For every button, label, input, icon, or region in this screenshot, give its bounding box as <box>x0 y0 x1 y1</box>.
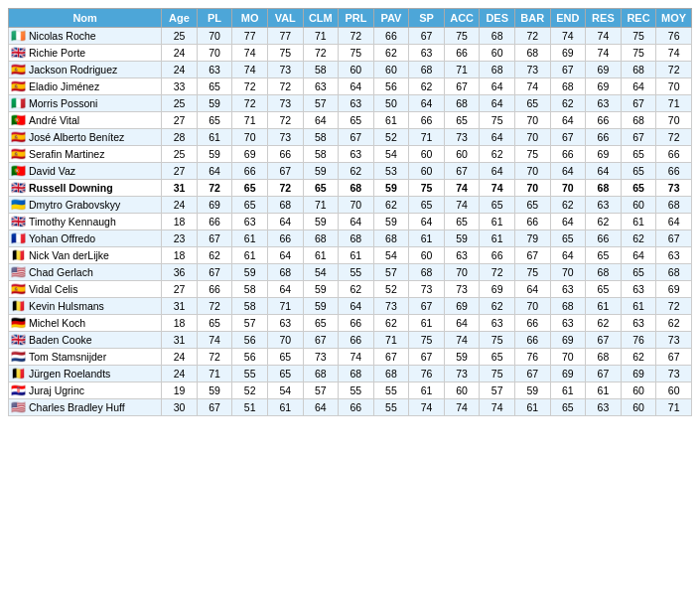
stat-cell: 76 <box>621 332 656 349</box>
stat-cell: 66 <box>339 332 374 349</box>
table-row: 🇩🇪Michel Koch186557636566626164636663626… <box>9 315 692 332</box>
stat-cell: 63 <box>586 197 622 214</box>
flag-icon: 🇵🇹 <box>11 166 25 176</box>
stat-cell: 74 <box>550 28 586 45</box>
stat-cell: 25 <box>162 95 198 112</box>
stat-cell: 36 <box>162 264 198 281</box>
stat-cell: 65 <box>444 214 480 230</box>
stat-cell: 71 <box>656 399 692 416</box>
stat-cell: 66 <box>444 45 480 62</box>
stat-cell: 62 <box>656 315 692 332</box>
stat-cell: 27 <box>162 112 198 129</box>
header-rec: REC <box>621 9 656 28</box>
stat-cell: 75 <box>409 180 445 197</box>
cyclist-name-cell: 🇺🇸Charles Bradley Huff <box>9 399 162 416</box>
stat-cell: 68 <box>409 62 445 78</box>
header-des: DES <box>480 9 515 28</box>
stat-cell: 54 <box>267 382 303 399</box>
stat-cell: 69 <box>656 281 692 298</box>
stat-cell: 62 <box>339 281 374 298</box>
header-res: RES <box>586 9 622 28</box>
stat-cell: 71 <box>373 332 409 349</box>
stat-cell: 54 <box>373 146 409 163</box>
stat-cell: 66 <box>656 163 692 180</box>
stat-cell: 69 <box>550 366 586 382</box>
stat-cell: 70 <box>656 78 692 95</box>
stat-cell: 66 <box>339 399 374 416</box>
stat-cell: 24 <box>162 197 198 214</box>
cyclist-name: André Vital <box>29 114 79 126</box>
stat-cell: 65 <box>621 180 656 197</box>
stat-cell: 70 <box>514 298 550 315</box>
stat-cell: 73 <box>444 366 480 382</box>
header-moy: MOY <box>656 9 692 28</box>
stat-cell: 61 <box>409 315 445 332</box>
stat-cell: 55 <box>373 399 409 416</box>
stat-cell: 66 <box>373 28 409 45</box>
stat-cell: 63 <box>303 78 339 95</box>
stat-cell: 65 <box>197 112 232 129</box>
header-nom: Nom <box>9 9 162 28</box>
flag-icon: 🇧🇪 <box>11 250 25 260</box>
stat-cell: 60 <box>444 146 480 163</box>
cyclist-name-cell: 🇬🇧Russell Downing <box>9 180 162 197</box>
stat-cell: 66 <box>514 214 550 230</box>
cyclist-name-cell: 🇮🇪Nicolas Roche <box>9 28 162 45</box>
stat-cell: 74 <box>444 180 480 197</box>
table-row: 🇬🇧Russell Downing31726572656859757474707… <box>9 180 692 197</box>
stat-cell: 74 <box>586 28 622 45</box>
stat-cell: 67 <box>586 332 622 349</box>
stat-cell: 62 <box>339 163 374 180</box>
stat-cell: 68 <box>409 264 445 281</box>
flag-icon: 🇪🇸 <box>11 284 25 294</box>
stat-cell: 69 <box>444 298 480 315</box>
cyclist-name-cell: 🇳🇱Tom Stamsnijder <box>9 349 162 366</box>
stat-cell: 55 <box>339 382 374 399</box>
stat-cell: 72 <box>656 129 692 146</box>
stat-cell: 61 <box>373 112 409 129</box>
stat-cell: 27 <box>162 281 198 298</box>
stat-cell: 66 <box>267 146 303 163</box>
stat-cell: 59 <box>232 264 268 281</box>
stat-cell: 59 <box>303 214 339 230</box>
stat-cell: 75 <box>339 45 374 62</box>
stat-cell: 66 <box>339 315 374 332</box>
stat-cell: 68 <box>480 62 515 78</box>
stat-cell: 63 <box>339 146 374 163</box>
stat-cell: 64 <box>197 163 232 180</box>
stat-cell: 74 <box>444 399 480 416</box>
flag-icon: 🇮🇹 <box>11 98 25 108</box>
cyclist-name-cell: 🇧🇪Nick Van derLijke <box>9 247 162 264</box>
stat-cell: 61 <box>409 382 445 399</box>
cyclist-name-cell: 🇵🇹David Vaz <box>9 163 162 180</box>
stat-cell: 64 <box>550 247 586 264</box>
stat-cell: 64 <box>303 112 339 129</box>
stat-cell: 64 <box>409 214 445 230</box>
stat-cell: 62 <box>586 214 622 230</box>
stat-cell: 61 <box>409 230 445 247</box>
stat-cell: 68 <box>550 78 586 95</box>
stat-cell: 61 <box>586 298 622 315</box>
stat-cell: 63 <box>550 281 586 298</box>
stat-cell: 64 <box>621 247 656 264</box>
stat-cell: 65 <box>232 197 268 214</box>
table-row: 🇮🇪Nicolas Roche2570777771726667756872747… <box>9 28 692 45</box>
stat-cell: 66 <box>550 146 586 163</box>
stat-cell: 68 <box>586 180 622 197</box>
stat-cell: 64 <box>550 163 586 180</box>
stat-cell: 74 <box>339 349 374 366</box>
stat-cell: 61 <box>303 247 339 264</box>
stat-cell: 68 <box>267 264 303 281</box>
cyclist-name: David Vaz <box>29 165 75 177</box>
stat-cell: 61 <box>197 129 232 146</box>
stat-cell: 73 <box>373 298 409 315</box>
table-body: 🇮🇪Nicolas Roche2570777771726667756872747… <box>9 28 692 416</box>
stat-cell: 59 <box>444 230 480 247</box>
stat-cell: 58 <box>303 146 339 163</box>
stat-cell: 59 <box>303 281 339 298</box>
cyclist-name: Russell Downing <box>29 182 113 194</box>
table-row: 🇬🇧Richie Porte24707475727562636660686974… <box>9 45 692 62</box>
table-header-row: NomAgePLMOVALCLMPRLPAVSPACCDESBARENDRESR… <box>9 9 692 28</box>
table-row: 🇪🇸Serafin Martinez2559696658635460606275… <box>9 146 692 163</box>
stat-cell: 74 <box>480 399 515 416</box>
